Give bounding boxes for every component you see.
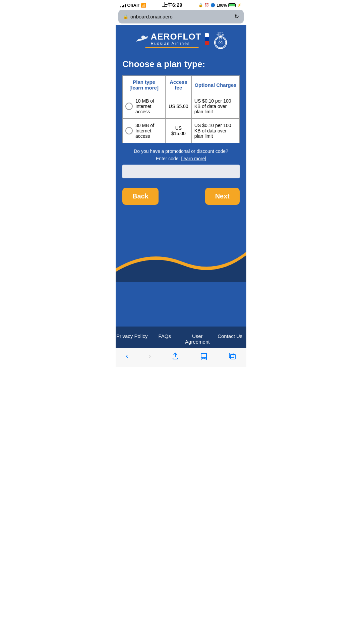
browser-url-text: onboard.onair.aero xyxy=(130,14,173,19)
plan-2-name-cell[interactable]: 30 MB of Internet access xyxy=(123,119,166,143)
page-content: Choose a plan type: Plan type [learn mor… xyxy=(116,52,246,215)
logo-area: AEROFLOT Russian Airlines SKY TEAM xyxy=(116,25,246,52)
lock-status-icon: 🔒 xyxy=(198,3,203,7)
browser-url-area: 🔒 onboard.onair.aero xyxy=(123,14,173,19)
col-access-fee: Access fee xyxy=(166,76,192,94)
nav-forward-button[interactable]: › xyxy=(148,352,151,360)
signal-bar-2 xyxy=(122,6,123,7)
bluetooth-icon: 🔵 xyxy=(210,3,215,7)
battery-percent: 100% xyxy=(217,3,227,8)
enter-code-label: Enter code: xyxy=(156,156,180,161)
nav-share-button[interactable] xyxy=(171,352,179,360)
plan-1-radio[interactable] xyxy=(125,103,133,110)
plan-1-fee: US $5.00 xyxy=(166,94,192,119)
plan-2-optional: US $0.10 per 100 KB of data over plan li… xyxy=(191,119,239,143)
svg-rect-1 xyxy=(229,353,234,358)
battery-icon xyxy=(228,3,236,7)
promo-question-text: Do you have a promotional or discount co… xyxy=(122,149,240,154)
bottom-nav: ‹ › xyxy=(116,348,246,367)
enter-code-line: Enter code: [learn more] xyxy=(122,156,240,161)
promo-section: Do you have a promotional or discount co… xyxy=(122,143,240,182)
status-bar: OnAir 📶 上午6:29 🔒 ⏰ 🔵 100% ⚡ xyxy=(116,0,246,10)
orange-underline xyxy=(145,47,199,48)
nav-tabs-button[interactable] xyxy=(228,352,236,360)
plan-2-fee: US $15.00 xyxy=(166,119,192,143)
skyteam-text: SKY xyxy=(218,32,223,34)
table-row: 30 MB of Internet access US $15.00 US $0… xyxy=(123,119,240,143)
wifi-icon: 📶 xyxy=(141,3,146,8)
status-time: 上午6:29 xyxy=(162,2,182,8)
lightning-icon: ⚡ xyxy=(237,3,242,7)
plan-1-name-text: 10 MB of Internet access xyxy=(135,98,163,114)
skyteam-text2: TEAM xyxy=(217,34,224,36)
plan-table: Plan type [learn more] Access fee Option… xyxy=(122,75,240,143)
aeroflot-text: AEROFLOT Russian Airlines xyxy=(151,32,201,46)
plan-2-name-text: 30 MB of Internet access xyxy=(135,123,163,139)
table-header-row: Plan type [learn more] Access fee Option… xyxy=(123,76,240,94)
plan-2-radio[interactable] xyxy=(125,127,133,134)
col-plan-type: Plan type [learn more] xyxy=(123,76,166,94)
button-row: Back Next xyxy=(122,182,240,215)
signal-bars xyxy=(120,3,126,7)
airline-sub: Russian Airlines xyxy=(151,41,190,46)
plan-1-optional: US $0.10 per 100 KB of data over plan li… xyxy=(191,94,239,119)
nav-back-button[interactable]: ‹ xyxy=(126,352,128,360)
footer-user-agreement-link[interactable]: User Agreement xyxy=(181,333,214,345)
plan-type-learn-more-link[interactable]: [learn more] xyxy=(129,85,159,91)
signal-bar-3 xyxy=(123,5,124,7)
status-right: 🔒 ⏰ 🔵 100% ⚡ xyxy=(198,3,242,8)
footer: Privacy Policy FAQs User Agreement Conta… xyxy=(116,327,246,348)
wave-svg xyxy=(116,242,246,282)
skyteam-circle xyxy=(214,36,227,49)
plan-1-name-cell[interactable]: 10 MB of Internet access xyxy=(123,94,166,119)
airline-name: AEROFLOT xyxy=(151,32,201,41)
signal-bar-4 xyxy=(125,4,126,7)
battery-fill xyxy=(229,4,235,6)
browser-reload-icon[interactable]: ↻ xyxy=(234,13,239,20)
main-content: AEROFLOT Russian Airlines SKY TEAM xyxy=(116,25,246,327)
signal-bar-1 xyxy=(120,6,121,7)
russian-flag-icon xyxy=(205,33,209,45)
col-optional-charges: Optional Charges xyxy=(191,76,239,94)
skyteam-logo: SKY TEAM xyxy=(214,32,227,49)
logo-box: AEROFLOT Russian Airlines SKY TEAM xyxy=(135,32,227,49)
footer-privacy-policy-link[interactable]: Privacy Policy xyxy=(116,333,148,339)
promo-learn-more-link[interactable]: [learn more] xyxy=(181,156,206,161)
alarm-icon: ⏰ xyxy=(204,3,209,7)
footer-faqs-link[interactable]: FAQs xyxy=(148,333,181,339)
footer-contact-us-link[interactable]: Contact Us xyxy=(214,333,247,339)
wings-icon xyxy=(135,34,149,44)
next-button[interactable]: Next xyxy=(205,188,240,205)
wave-container xyxy=(116,215,246,282)
carrier-name: OnAir xyxy=(127,3,139,8)
browser-bar: 🔒 onboard.onair.aero ↻ xyxy=(118,10,244,23)
browser-lock-icon: 🔒 xyxy=(123,14,128,19)
page-title: Choose a plan type: xyxy=(122,59,240,69)
promo-code-input[interactable] xyxy=(122,165,240,178)
status-left: OnAir 📶 xyxy=(120,3,146,8)
svg-rect-2 xyxy=(231,354,235,359)
back-button[interactable]: Back xyxy=(122,188,159,205)
table-row: 10 MB of Internet access US $5.00 US $0.… xyxy=(123,94,240,119)
nav-bookmarks-button[interactable] xyxy=(200,352,208,360)
